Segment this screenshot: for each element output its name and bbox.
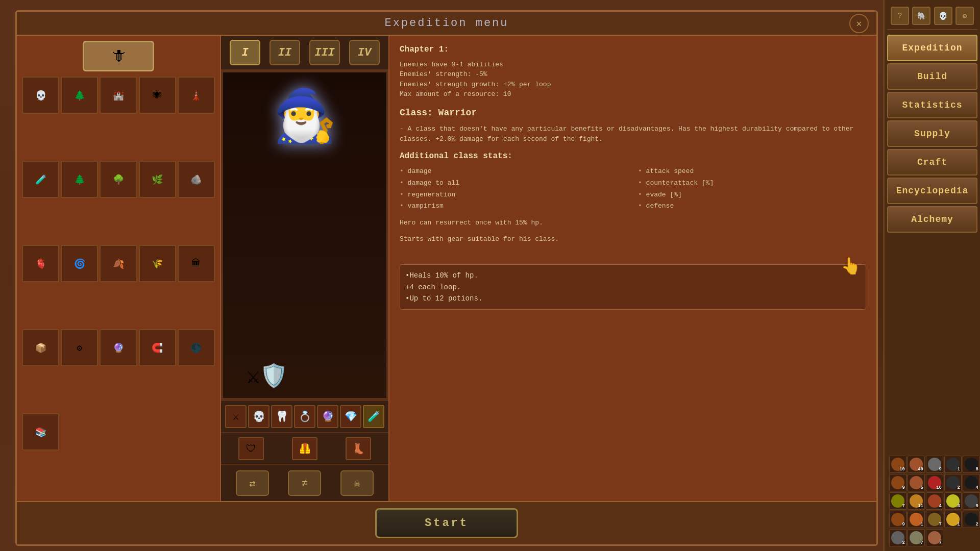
cursor-icon: 👆 [841,254,861,280]
item-slot-12[interactable]: 🍂 [100,245,137,282]
skull-button[interactable]: ☠ [340,470,374,496]
item-slot-5[interactable]: 🧪 [22,161,59,198]
item-slot-7[interactable]: 🌳 [100,161,137,198]
inv-slot-0[interactable]: 10 [889,456,906,473]
inv-slot-1[interactable]: 40 [908,456,925,473]
nav-expedition[interactable]: Expedition [887,35,977,61]
inv-slot-16[interactable]: 1 [908,511,925,528]
equip-slot-weapon[interactable]: ⚔️ [225,405,247,428]
equip-slot-ring[interactable]: 💍 [294,405,315,428]
item-grid: 💀🌲🏰🕷🗼🧪🌲🌳🌿🪨🫀🌀🍂🌾🏛📦⚙🔮🧲🌑📚 [22,77,215,496]
equip-slot-potion[interactable]: 🧪 [363,405,384,428]
equip-slot-shield[interactable]: 🛡 [238,437,264,460]
action-buttons: ⇄ ≠ ☠ [221,464,388,501]
info-panel-inner: Chapter 1: Enemies have 0-1 abilities En… [389,36,876,501]
left-panel: 🗡 💀🌲🏰🕷🗼🧪🌲🌳🌿🪨🫀🌀🍂🌾🏛📦⚙🔮🧲🌑📚 [17,36,221,501]
stat-attack-speed: attack speed [638,166,866,177]
close-button[interactable]: ✕ [849,14,869,33]
item-slot-2[interactable]: 🏰 [100,77,137,114]
equip-slot-orb[interactable]: 🔮 [317,405,338,428]
nav-supply[interactable]: Supply [887,120,977,147]
inv-slot-2[interactable]: 9 [926,456,943,473]
class-title: Class: Warrior [400,106,866,120]
stat-counterattack: counterattack [%] [638,178,866,189]
tab-chapter-1[interactable]: I [230,40,260,65]
inv-slot-14[interactable]: 9 [963,492,980,510]
item-slot-13[interactable]: 🌾 [139,245,176,282]
item-slot-6[interactable]: 🌲 [61,161,98,198]
item-slot-4[interactable]: 🗼 [178,77,215,114]
item-slot-15[interactable]: 📦 [22,329,59,366]
skull-icon[interactable]: 💀 [934,7,952,25]
item-tooltip-line-2: +4 each loop. [405,282,861,293]
stat-damage: damage [400,166,628,177]
tab-chapter-2[interactable]: II [270,40,300,65]
item-slot-3[interactable]: 🕷 [139,77,176,114]
inv-slot-8[interactable]: 2 [944,474,962,491]
item-slot-14[interactable]: 🏛 [178,245,215,282]
inv-slot-22[interactable]: 7 [926,529,943,546]
tab-chapter-4[interactable]: IV [349,40,380,65]
info-panel-container: Chapter 1: Enemies have 0-1 abilities En… [389,36,876,501]
item-slot-10[interactable]: 🫀 [22,245,59,282]
modal-body: 🗡 💀🌲🏰🕷🗼🧪🌲🌳🌿🪨🫀🌀🍂🌾🏛📦⚙🔮🧲🌑📚 I II III IV 🧙‍♂️… [17,36,876,501]
item-slot-1[interactable]: 🌲 [61,77,98,114]
nav-craft[interactable]: Craft [887,149,977,176]
sidebar-inventory: 104091895162471143991712277 [887,454,977,548]
compare-button[interactable]: ≠ [288,470,321,496]
stat-defense: defense [638,201,866,212]
inv-slot-4[interactable]: 8 [963,456,980,473]
inv-slot-7[interactable]: 16 [926,474,943,491]
nav-encyclopedia[interactable]: Encyclopedia [887,178,977,204]
help-icon[interactable]: ? [891,7,909,25]
item-slot-11[interactable]: 🌀 [61,245,98,282]
right-sidebar: ? 🐘 💀 ⚙ Expedition Build Statistics Supp… [883,0,980,551]
item-slot-0[interactable]: 💀 [22,77,59,114]
chapter-line-2: Enemies' strength: -5% [400,69,866,80]
inv-slot-6[interactable]: 5 [908,474,925,491]
inv-slot-12[interactable]: 4 [926,492,943,510]
inv-slot-9[interactable]: 4 [963,474,980,491]
item-slot-18[interactable]: 🧲 [139,329,176,366]
equip-slot-boots[interactable]: 👢 [346,437,371,460]
stat-vampirism: vampirism [400,201,628,212]
nav-alchemy[interactable]: Alchemy [887,206,977,233]
nav-build[interactable]: Build [887,63,977,90]
swap-button[interactable]: ⇄ [236,470,269,496]
inv-slot-13[interactable]: 3 [944,492,962,510]
equip-slot-armor[interactable]: 🦺 [292,437,317,460]
start-button[interactable]: Start [375,508,518,538]
character-small-sprite: ⚔️🛡️ [247,362,288,390]
item-slot-17[interactable]: 🔮 [100,329,137,366]
chapter-line-1: Enemies have 0-1 abilities [400,60,866,70]
item-slot-9[interactable]: 🪨 [178,161,215,198]
chapter-tabs: I II III IV [221,36,388,70]
stat-evade: evade [%] [638,190,866,201]
tab-chapter-3[interactable]: III [309,40,340,65]
item-slot-16[interactable]: ⚙ [61,329,98,366]
inv-slot-11[interactable]: 11 [908,492,925,510]
item-slot-19[interactable]: 🌑 [178,329,215,366]
inv-slot-15[interactable]: 9 [889,511,906,528]
inv-slot-3[interactable]: 1 [944,456,962,473]
inv-slot-21[interactable]: 7 [908,529,925,546]
equip-slot-skull[interactable]: 💀 [248,405,270,428]
modal-title-bar: Expedition menu ✕ [17,12,876,36]
gear-text: Starts with gear suitable for his class. [400,234,866,244]
inv-slot-5[interactable]: 9 [889,474,906,491]
stats-section: Additional class stats: damage attack sp… [400,150,866,212]
item-tooltip-line-1: •Heals 10% of hp. [405,270,861,281]
item-slot-20[interactable]: 📚 [22,413,59,450]
inv-slot-18[interactable]: 1 [944,511,962,528]
inv-slot-19[interactable]: 2 [963,511,980,528]
inv-slot-20[interactable]: 2 [889,529,906,546]
elephant-icon[interactable]: 🐘 [912,7,930,25]
inv-slot-17[interactable]: 7 [926,511,943,528]
equip-slot-gem[interactable]: 💎 [340,405,361,428]
equipment-row: ⚔️ 💀 🦷 💍 🔮 💎 🧪 [221,400,388,432]
item-slot-8[interactable]: 🌿 [139,161,176,198]
nav-statistics[interactable]: Statistics [887,92,977,118]
settings-icon[interactable]: ⚙ [955,7,974,25]
equip-slot-claw[interactable]: 🦷 [271,405,292,428]
inv-slot-10[interactable]: 7 [889,492,906,510]
